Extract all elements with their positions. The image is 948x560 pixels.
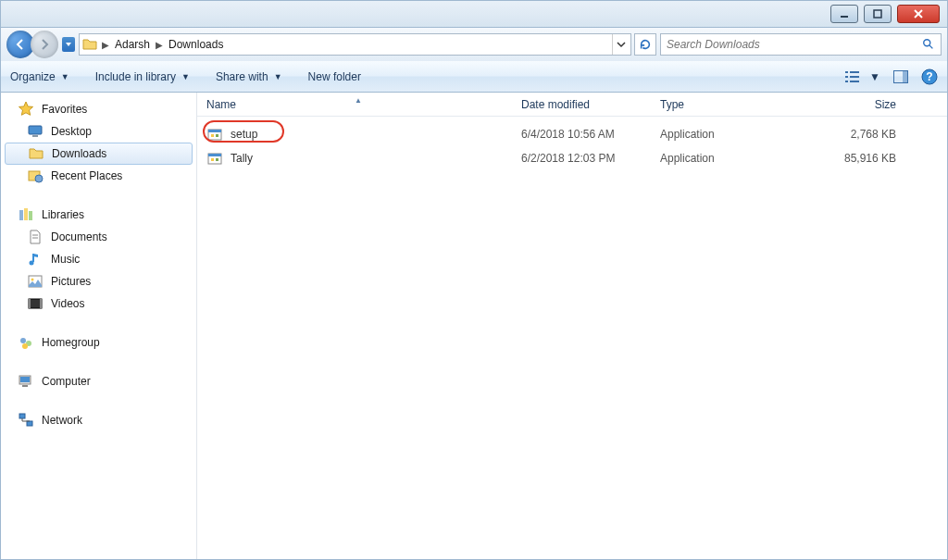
svg-rect-16 [29, 126, 42, 134]
forward-button[interactable] [31, 31, 58, 58]
favorites-label: Favorites [42, 103, 87, 116]
minimize-button[interactable] [830, 5, 858, 23]
sidebar-item-downloads[interactable]: Downloads [5, 143, 193, 165]
sidebar-item-computer[interactable]: Computer [1, 370, 196, 392]
network-icon [18, 412, 34, 429]
svg-rect-37 [19, 414, 25, 418]
sidebar-item-recent-places[interactable]: Recent Places [1, 165, 196, 187]
application-icon [206, 126, 223, 143]
sidebar-item-documents[interactable]: Documents [1, 226, 196, 248]
navigation-pane: Favorites Desktop Downloads Recent Place… [1, 93, 197, 559]
svg-rect-17 [32, 135, 38, 137]
search-icon [922, 38, 935, 51]
svg-rect-42 [216, 134, 218, 137]
file-row[interactable]: Tally 6/2/2018 12:03 PM Application 85,9… [197, 146, 947, 170]
svg-point-19 [35, 175, 43, 182]
refresh-button[interactable] [634, 33, 656, 56]
svg-rect-6 [845, 71, 848, 73]
chevron-down-icon: ▼ [61, 72, 69, 81]
close-button[interactable] [897, 5, 940, 23]
libraries-label: Libraries [42, 208, 84, 221]
folder-icon [81, 36, 98, 53]
favorites-header[interactable]: Favorites [1, 98, 196, 120]
search-box[interactable] [660, 33, 942, 56]
breadcrumb-separator-icon: ▶ [156, 40, 163, 50]
share-with-menu[interactable]: Share with ▼ [216, 70, 282, 83]
file-date: 6/2/2018 12:03 PM [512, 152, 651, 165]
sidebar-item-label: Videos [51, 297, 84, 310]
star-icon [18, 101, 34, 118]
svg-rect-11 [850, 81, 859, 82]
svg-rect-7 [850, 71, 859, 73]
include-in-library-menu[interactable]: Include in library ▼ [95, 70, 190, 83]
sidebar-item-videos[interactable]: Videos [1, 292, 196, 315]
column-header-type[interactable]: Type [651, 98, 794, 111]
svg-text:?: ? [926, 70, 932, 83]
column-header-name[interactable]: Name ▲ [197, 98, 512, 111]
libraries-header[interactable]: Libraries [1, 204, 196, 226]
recent-locations-button[interactable] [62, 37, 75, 52]
file-type: Application [651, 128, 794, 141]
sidebar-item-homegroup[interactable]: Homegroup [1, 331, 196, 354]
help-button[interactable]: ? [921, 68, 938, 85]
svg-rect-28 [29, 299, 42, 308]
file-date: 6/4/2018 10:56 AM [512, 128, 651, 141]
svg-point-33 [22, 343, 28, 349]
videos-icon [27, 295, 44, 312]
homegroup-icon [18, 334, 34, 351]
sidebar-item-network[interactable]: Network [1, 409, 196, 431]
svg-point-4 [924, 40, 930, 46]
svg-line-5 [929, 45, 933, 49]
svg-rect-41 [211, 134, 214, 137]
svg-rect-10 [845, 81, 848, 82]
sidebar-item-music[interactable]: Music [1, 248, 196, 270]
svg-point-27 [31, 279, 34, 281]
address-bar[interactable]: ▶ Adarsh ▶ Downloads [79, 33, 631, 56]
folder-icon [28, 145, 44, 162]
organize-menu[interactable]: Organize ▼ [10, 70, 69, 83]
svg-rect-29 [29, 299, 31, 308]
sidebar-item-label: Recent Places [51, 169, 122, 182]
file-list: Name ▲ Date modified Type Size setup 6/4… [197, 93, 947, 559]
search-input[interactable] [667, 38, 922, 51]
breadcrumb-segment[interactable]: Downloads [167, 38, 225, 51]
window-titlebar [0, 0, 948, 28]
svg-point-31 [20, 338, 26, 343]
sidebar-item-label: Computer [42, 375, 91, 388]
svg-rect-21 [24, 208, 28, 220]
file-name: setup [231, 128, 257, 141]
column-header-size[interactable]: Size [794, 98, 905, 111]
sidebar-item-label: Downloads [52, 147, 106, 160]
preview-pane-button[interactable] [893, 70, 908, 83]
include-label: Include in library [95, 70, 176, 83]
share-label: Share with [216, 70, 268, 83]
libraries-icon [18, 206, 34, 223]
svg-rect-1 [874, 10, 881, 18]
pictures-icon [27, 273, 44, 290]
maximize-button[interactable] [864, 5, 892, 23]
sidebar-item-label: Music [51, 253, 80, 266]
sidebar-item-pictures[interactable]: Pictures [1, 270, 196, 292]
breadcrumb-separator-icon: ▶ [102, 40, 109, 50]
chevron-down-icon: ▼ [869, 70, 880, 83]
new-folder-button[interactable]: New folder [308, 70, 361, 83]
view-options-button[interactable]: ▼ [845, 70, 880, 83]
svg-rect-13 [903, 71, 907, 82]
svg-rect-30 [40, 299, 42, 308]
organize-label: Organize [10, 70, 56, 83]
column-label: Name [206, 98, 236, 111]
svg-rect-8 [845, 76, 848, 78]
svg-point-25 [30, 261, 34, 266]
address-dropdown-button[interactable] [612, 34, 629, 55]
svg-rect-40 [208, 130, 221, 132]
breadcrumb-segment[interactable]: Adarsh [113, 38, 152, 51]
file-size: 85,916 KB [794, 152, 905, 165]
svg-rect-36 [22, 385, 28, 387]
file-row[interactable]: setup 6/4/2018 10:56 AM Application 2,76… [197, 122, 947, 146]
svg-rect-45 [211, 158, 214, 161]
sort-ascending-icon: ▲ [355, 96, 362, 105]
column-header-date[interactable]: Date modified [512, 98, 651, 111]
sidebar-item-desktop[interactable]: Desktop [1, 120, 196, 143]
chevron-down-icon: ▼ [181, 72, 190, 81]
music-icon [27, 251, 44, 268]
